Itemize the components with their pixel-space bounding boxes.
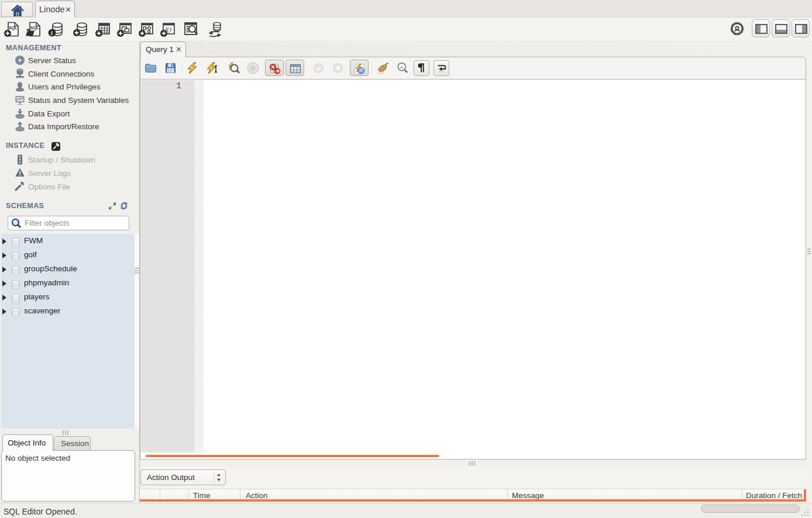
svg-text:SQL: SQL: [9, 26, 18, 30]
svg-text:SQL: SQL: [30, 26, 39, 30]
svg-text:i: i: [51, 30, 53, 36]
svg-text:A: A: [400, 65, 404, 70]
